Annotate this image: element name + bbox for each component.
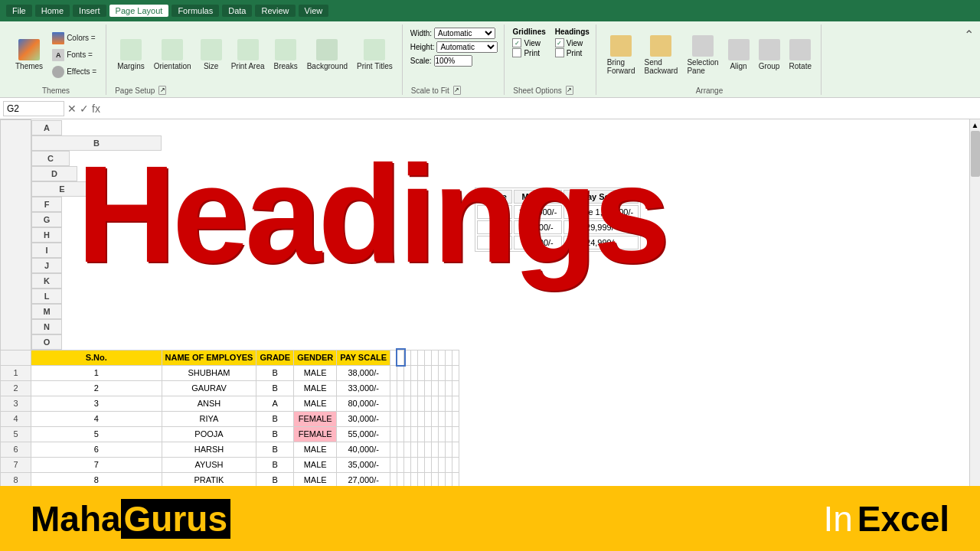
cell-j-6[interactable] — [418, 442, 425, 457]
cell-name-5[interactable]: POOJA — [162, 426, 256, 442]
tab-page-layout[interactable]: Page Layout — [109, 5, 169, 17]
grade-b-monthly[interactable]: 35,000/- — [514, 220, 563, 234]
gridlines-print-label[interactable]: Print — [512, 48, 545, 57]
cell-o-4[interactable] — [452, 411, 459, 426]
selection-pane-button[interactable]: SelectionPane — [684, 34, 721, 77]
cell-name-7[interactable]: AYUSH — [162, 457, 256, 472]
grade-c-monthly[interactable]: 20,000/- — [514, 236, 563, 249]
orientation-button[interactable]: Orientation — [151, 37, 194, 72]
grade-a-scale[interactable]: Above 1,00,000/- — [564, 205, 639, 219]
cell-name-6[interactable]: HARSH — [162, 442, 256, 457]
cell-sno-3[interactable]: 3 — [31, 396, 162, 411]
cell-gender-4[interactable]: FEMALE — [294, 411, 337, 426]
cell-m-8[interactable] — [439, 472, 446, 486]
cell-k-3[interactable] — [425, 396, 432, 411]
cell-name-4[interactable]: RIYA — [162, 411, 256, 426]
cell-name-1[interactable]: SHUBHAM — [162, 365, 256, 380]
cell-pay-8[interactable]: 27,000/- — [337, 472, 390, 486]
header-grade[interactable]: GRADE — [256, 350, 294, 365]
cell-gender-8[interactable]: MALE — [294, 472, 337, 486]
col-K-header[interactable]: K — [31, 273, 62, 289]
cell-j-8[interactable] — [418, 472, 425, 486]
scale-input[interactable] — [434, 55, 472, 67]
cell-k-2[interactable] — [425, 380, 432, 396]
empty-i-header[interactable] — [411, 350, 418, 365]
grade-b-scale[interactable]: 29,999/- — [564, 220, 639, 234]
fonts-button[interactable]: A Fonts = — [49, 47, 100, 63]
cell-i-4[interactable] — [411, 411, 418, 426]
gridlines-view-checkbox[interactable]: ✓ — [512, 38, 521, 47]
collapse-icon[interactable]: ⌃ — [964, 28, 974, 42]
cell-h-2[interactable] — [404, 380, 411, 396]
empty-n-header[interactable] — [446, 350, 452, 365]
headings-print-checkbox[interactable] — [555, 48, 564, 57]
cell-h-1[interactable] — [404, 365, 411, 380]
name-box[interactable] — [3, 101, 64, 116]
cell-g-6[interactable] — [397, 442, 404, 457]
cell-sno-7[interactable]: 7 — [31, 457, 162, 472]
send-backward-button[interactable]: SendBackward — [642, 34, 681, 77]
cell-grade-7[interactable]: B — [256, 457, 294, 472]
cell-f-2[interactable] — [390, 380, 397, 396]
height-select[interactable]: Automatic — [436, 41, 498, 53]
cell-g-5[interactable] — [397, 426, 404, 442]
col-F-header[interactable]: F — [31, 197, 62, 212]
cell-o-5[interactable] — [452, 426, 459, 442]
tab-file[interactable]: File — [6, 5, 32, 17]
cell-j-5[interactable] — [418, 426, 425, 442]
cell-name-2[interactable]: GAURAV — [162, 380, 256, 396]
cell-m-4[interactable] — [439, 411, 446, 426]
cell-k-7[interactable] — [425, 457, 432, 472]
sheet-options-dialog-launcher[interactable]: ↗ — [566, 86, 573, 95]
cell-l-7[interactable] — [432, 457, 439, 472]
cell-n-5[interactable] — [446, 426, 452, 442]
size-button[interactable]: Size — [198, 37, 225, 72]
vertical-scrollbar[interactable]: ▲ — [969, 119, 980, 486]
cell-grade-5[interactable]: B — [256, 426, 294, 442]
gridlines-print-checkbox[interactable] — [512, 48, 521, 57]
cell-grade-1[interactable]: B — [256, 365, 294, 380]
header-name[interactable]: NAME OF EMPLOYES — [162, 350, 256, 365]
header-pay[interactable]: PAY SCALE — [337, 350, 390, 365]
col-M-header[interactable]: M — [31, 304, 62, 319]
scale-dialog-launcher[interactable]: ↗ — [453, 86, 461, 95]
cell-o-2[interactable] — [452, 380, 459, 396]
col-C-header[interactable]: C — [31, 151, 70, 166]
print-area-button[interactable]: Print Area — [228, 37, 268, 72]
cell-grade-2[interactable]: B — [256, 380, 294, 396]
cell-i-3[interactable] — [411, 396, 418, 411]
cell-m-1[interactable] — [439, 365, 446, 380]
cell-pay-5[interactable]: 55,000/- — [337, 426, 390, 442]
cell-pay-7[interactable]: 35,000/- — [337, 457, 390, 472]
cell-m-6[interactable] — [439, 442, 446, 457]
cell-k-6[interactable] — [425, 442, 432, 457]
gridlines-view-label[interactable]: ✓ View — [512, 38, 545, 47]
cell-sno-5[interactable]: 5 — [31, 426, 162, 442]
effects-button[interactable]: Effects = — [49, 64, 100, 80]
cell-i-2[interactable] — [411, 380, 418, 396]
cell-k-4[interactable] — [425, 411, 432, 426]
tab-formulas[interactable]: Formulas — [172, 5, 219, 17]
col-B-header[interactable]: B — [31, 135, 162, 151]
cell-g-2[interactable] — [397, 380, 404, 396]
cell-k-5[interactable] — [425, 426, 432, 442]
cell-i-1[interactable] — [411, 365, 418, 380]
cell-i-5[interactable] — [411, 426, 418, 442]
cell-gender-5[interactable]: FEMALE — [294, 426, 337, 442]
margins-button[interactable]: Margins — [114, 37, 148, 72]
tab-data[interactable]: Data — [222, 5, 252, 17]
cell-name-8[interactable]: PRATIK — [162, 472, 256, 486]
print-titles-button[interactable]: Print Titles — [354, 37, 396, 72]
cell-f-3[interactable] — [390, 396, 397, 411]
cell-n-3[interactable] — [446, 396, 452, 411]
cell-n-6[interactable] — [446, 442, 452, 457]
ribbon-collapse[interactable]: ⌃ — [964, 24, 974, 95]
cell-j-7[interactable] — [418, 457, 425, 472]
cell-g-4[interactable] — [397, 411, 404, 426]
col-H-header[interactable]: H — [31, 227, 62, 243]
cell-sno-8[interactable]: 8 — [31, 472, 162, 486]
empty-h-header[interactable] — [404, 350, 411, 365]
cell-f-1[interactable] — [390, 365, 397, 380]
grade-b[interactable]: B — [477, 220, 512, 234]
cell-l-1[interactable] — [432, 365, 439, 380]
